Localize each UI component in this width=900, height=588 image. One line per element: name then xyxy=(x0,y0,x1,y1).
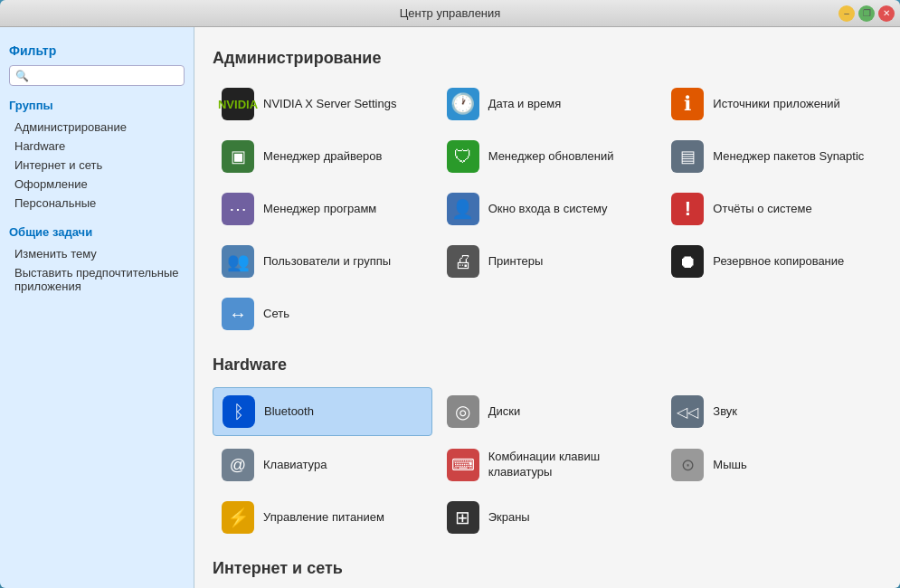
synaptic-icon: ▤ xyxy=(671,140,704,173)
internet-section-header: Интернет и сеть xyxy=(213,559,882,578)
item-mouse-label: Мышь xyxy=(713,458,746,473)
sources-icon: ℹ xyxy=(671,88,704,120)
item-appmanager[interactable]: ⋯ Менеджер программ xyxy=(213,185,432,232)
item-power-label: Управление питанием xyxy=(263,510,384,526)
sidebar-item-design[interactable]: Оформление xyxy=(9,175,185,194)
tasks-title: Общие задачи xyxy=(9,225,185,239)
reports-icon: ! xyxy=(671,193,704,225)
item-bluetooth-label: Bluetooth xyxy=(264,404,314,420)
item-network[interactable]: ↔ Сеть xyxy=(213,290,432,337)
sidebar-item-personal[interactable]: Персональные xyxy=(9,194,185,213)
admin-grid: NVIDIA NVIDIA X Server Settings 🕐 Дата и… xyxy=(213,81,882,337)
item-datetime-label: Дата и время xyxy=(488,97,562,112)
mouse-icon: ⊙ xyxy=(671,449,704,481)
minimize-button[interactable]: – xyxy=(838,5,855,22)
search-icon: 🔍 xyxy=(15,70,29,82)
admin-section-header: Администрирование xyxy=(213,49,882,68)
item-network-label: Сеть xyxy=(263,307,289,322)
screens-icon: ⊞ xyxy=(447,501,479,534)
item-updates[interactable]: 🛡 Менеджер обновлений xyxy=(438,133,658,180)
item-backup-label: Резервное копирование xyxy=(713,254,844,270)
login-icon: 👤 xyxy=(447,193,479,225)
item-mouse[interactable]: ⊙ Мышь xyxy=(662,441,882,488)
bluetooth-icon: ᛒ xyxy=(223,395,255,428)
item-datetime[interactable]: 🕐 Дата и время xyxy=(438,81,658,128)
item-keyboard-label: Клавиатура xyxy=(263,458,327,473)
keyboard-combo-icon: ⌨ xyxy=(447,449,479,481)
item-power[interactable]: ⚡ Управление питанием xyxy=(213,494,432,541)
network-icon: ↔ xyxy=(222,298,254,330)
drivers-icon: ▣ xyxy=(222,140,254,173)
nvidia-icon: NVIDIA xyxy=(222,88,254,120)
search-box[interactable]: 🔍 xyxy=(9,65,185,86)
item-sources-label: Источники приложений xyxy=(713,97,839,112)
item-appmanager-label: Менеджер программ xyxy=(263,202,376,217)
window-controls: – ❐ ✕ xyxy=(838,5,895,22)
main-window: Центр управления – ❐ ✕ Фильтр 🔍 Группы А… xyxy=(0,0,900,588)
hardware-section-header: Hardware xyxy=(213,356,882,375)
power-icon: ⚡ xyxy=(222,501,254,534)
sidebar-item-admin[interactable]: Администрирование xyxy=(9,118,185,137)
apps-icon: ⋯ xyxy=(222,193,254,225)
groups-title: Группы xyxy=(9,99,185,112)
item-nvidia[interactable]: NVIDIA NVIDIA X Server Settings xyxy=(213,81,432,128)
users-icon: 👥 xyxy=(222,245,254,278)
item-keyboard-shortcuts[interactable]: ⌨ Комбинации клавиш клавиатуры xyxy=(438,441,658,488)
item-sound-label: Звук xyxy=(713,404,737,420)
item-screens-label: Экраны xyxy=(488,510,530,526)
item-backup[interactable]: ⏺ Резервное копирование xyxy=(662,238,882,285)
item-users-label: Пользователи и группы xyxy=(263,254,391,270)
clock-icon: 🕐 xyxy=(447,88,479,120)
item-drivers[interactable]: ▣ Менеджер драйверов xyxy=(213,133,432,180)
item-nvidia-label: NVIDIA X Server Settings xyxy=(263,97,396,112)
hardware-grid: ᛒ Bluetooth ◎ Диски ◁◁ Звук @ Клавиатура… xyxy=(213,387,882,541)
item-reports-label: Отчёты о системе xyxy=(713,202,811,217)
printers-icon: 🖨 xyxy=(447,245,479,278)
item-sound[interactable]: ◁◁ Звук xyxy=(662,387,882,436)
item-bluetooth[interactable]: ᛒ Bluetooth xyxy=(213,387,432,436)
search-input[interactable] xyxy=(33,69,185,82)
item-keyboard[interactable]: @ Клавиатура xyxy=(213,441,432,488)
sidebar-item-hardware[interactable]: Hardware xyxy=(9,137,185,156)
item-users[interactable]: 👥 Пользователи и группы xyxy=(213,238,432,285)
filter-label: Фильтр xyxy=(9,43,185,58)
titlebar: Центр управления – ❐ ✕ xyxy=(0,0,900,27)
sound-icon: ◁◁ xyxy=(671,395,704,428)
item-disks[interactable]: ◎ Диски xyxy=(438,387,658,436)
keyboard-icon: @ xyxy=(222,449,254,481)
item-screens[interactable]: ⊞ Экраны xyxy=(438,494,658,541)
item-disks-label: Диски xyxy=(488,404,521,420)
item-login-label: Окно входа в систему xyxy=(488,202,608,217)
item-printers-label: Принтеры xyxy=(488,254,544,270)
sidebar-item-internet[interactable]: Интернет и сеть xyxy=(9,156,185,175)
item-synaptic[interactable]: ▤ Менеджер пакетов Synaptic xyxy=(662,133,882,180)
item-updates-label: Менеджер обновлений xyxy=(488,149,614,165)
content-area: Фильтр 🔍 Группы Администрирование Hardwa… xyxy=(0,27,900,588)
item-login[interactable]: 👤 Окно входа в систему xyxy=(438,185,658,232)
main-panel: Администрирование NVIDIA NVIDIA X Server… xyxy=(194,27,900,588)
item-reports[interactable]: ! Отчёты о системе xyxy=(662,185,882,232)
item-synaptic-label: Менеджер пакетов Synaptic xyxy=(713,149,864,165)
sidebar: Фильтр 🔍 Группы Администрирование Hardwa… xyxy=(0,27,194,588)
sidebar-task-preferred-apps[interactable]: Выставить предпочтительные приложения xyxy=(9,263,185,296)
backup-icon: ⏺ xyxy=(671,245,704,278)
item-sources[interactable]: ℹ Источники приложений xyxy=(662,81,882,128)
shield-icon: 🛡 xyxy=(447,140,479,173)
maximize-button[interactable]: ❐ xyxy=(858,5,875,22)
item-keyboard-shortcuts-label: Комбинации клавиш клавиатуры xyxy=(488,450,649,480)
item-drivers-label: Менеджер драйверов xyxy=(263,149,382,165)
item-printers[interactable]: 🖨 Принтеры xyxy=(438,238,658,285)
window-title: Центр управления xyxy=(400,6,501,20)
disks-icon: ◎ xyxy=(447,395,479,428)
sidebar-task-theme[interactable]: Изменить тему xyxy=(9,244,185,263)
close-button[interactable]: ✕ xyxy=(878,5,895,22)
